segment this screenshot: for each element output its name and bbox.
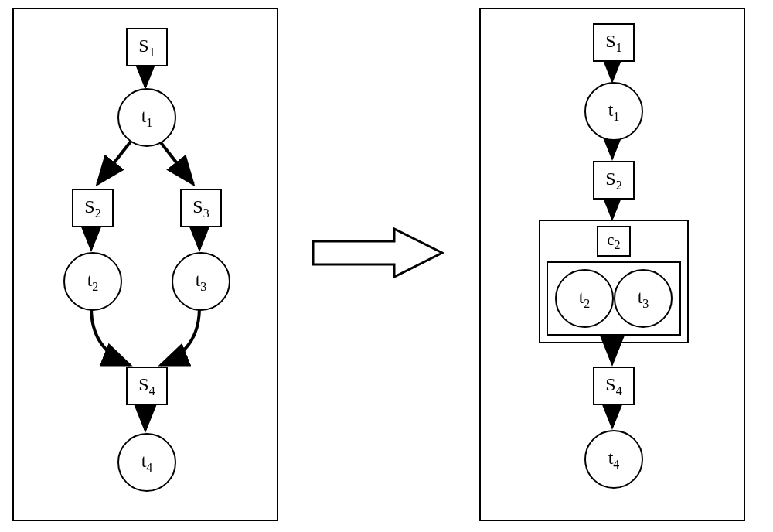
right-s4-label: S4 [605, 374, 621, 398]
left-s2-label: S2 [84, 196, 100, 220]
right-c2: c2 [597, 226, 631, 257]
left-t1-label: t1 [141, 106, 153, 130]
left-t4: t4 [117, 433, 176, 492]
left-t4-label: t4 [141, 451, 153, 475]
right-s1-label: S1 [605, 31, 621, 55]
transform-arrow-icon [309, 224, 448, 285]
right-t1: t1 [584, 82, 643, 141]
right-t2: t2 [555, 269, 614, 328]
right-s2: S2 [593, 161, 635, 200]
right-t3-label: t3 [638, 287, 649, 311]
left-panel: S1 t1 S2 S3 t2 t3 S4 t4 [12, 8, 278, 521]
left-t2: t2 [63, 252, 122, 311]
svg-line-2 [157, 138, 193, 184]
left-t3: t3 [172, 252, 230, 311]
right-t4: t4 [584, 430, 643, 489]
left-t2-label: t2 [87, 270, 99, 294]
svg-line-1 [97, 138, 134, 184]
right-t1-label: t1 [608, 100, 620, 124]
right-s4: S4 [593, 367, 635, 405]
right-t3: t3 [614, 269, 673, 328]
right-panel: S1 t1 S2 c2 t2 t3 S4 t4 [479, 8, 745, 521]
left-t1: t1 [117, 88, 176, 147]
right-c2-label: c2 [608, 231, 621, 252]
left-s2: S2 [72, 189, 114, 227]
right-s2-label: S2 [605, 169, 621, 193]
right-t2-label: t2 [579, 287, 591, 311]
right-s1: S1 [593, 23, 635, 62]
left-s1: S1 [126, 28, 168, 66]
left-t3-label: t3 [196, 270, 207, 294]
left-s3-label: S3 [192, 196, 209, 220]
left-s3: S3 [180, 189, 222, 227]
left-s4-label: S4 [138, 374, 155, 398]
left-s1-label: S1 [138, 36, 155, 60]
left-s4: S4 [126, 367, 168, 405]
right-t4-label: t4 [608, 448, 620, 472]
